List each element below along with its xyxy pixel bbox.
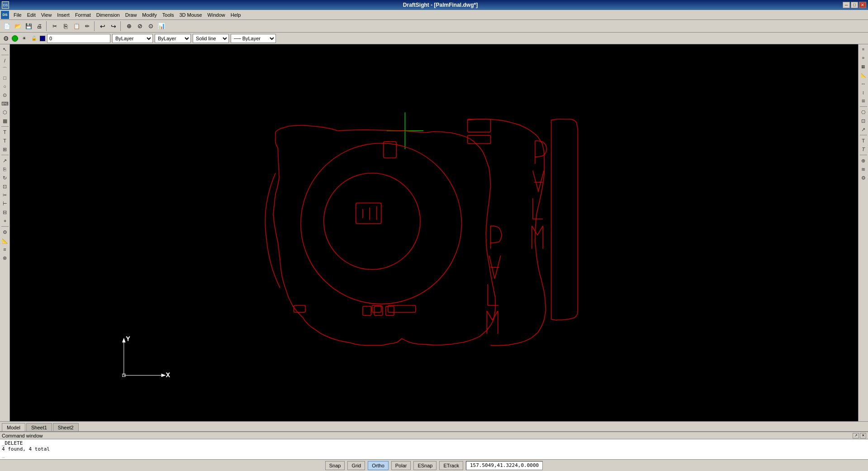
lineweight-dropdown[interactable]: Solid line	[193, 34, 229, 43]
tool-line[interactable]: /	[1, 57, 9, 65]
tool-select[interactable]: ↖	[1, 45, 9, 53]
toolbar-undo[interactable]: ↩	[98, 21, 108, 31]
svg-marker-22	[161, 374, 165, 376]
toolbar-print[interactable]: 🖨	[34, 21, 44, 31]
toolbar-zoom-in[interactable]: ⊕	[124, 21, 134, 31]
rtool-4[interactable]: 📐	[859, 71, 868, 79]
rtool-9[interactable]: ⊡	[859, 117, 868, 125]
tool-measure[interactable]: ≡	[1, 245, 9, 253]
toolbar-copy[interactable]: ⎘	[61, 21, 71, 31]
tool-hatch[interactable]: ▦	[1, 117, 9, 125]
tool-extend[interactable]: ⊢	[1, 200, 9, 208]
tool-match[interactable]: 📐	[1, 237, 9, 245]
rtool-1[interactable]: ≡	[859, 45, 868, 53]
polar-button[interactable]: Polar	[391, 461, 411, 470]
tool-trim[interactable]: ✂	[1, 191, 9, 199]
rtool-14[interactable]: ≋	[859, 165, 868, 173]
menu-window[interactable]: Window	[205, 10, 228, 19]
app-icon: DS	[2, 1, 9, 9]
menu-draw[interactable]: Draw	[123, 10, 140, 19]
etrack-button[interactable]: ETrack	[439, 461, 463, 470]
cmd-float-btn[interactable]: ↗	[853, 433, 859, 438]
linetype-dropdown[interactable]: ByLayer	[155, 34, 191, 43]
layer-name[interactable]: 0	[47, 34, 110, 43]
cad-drawing: Y X	[10, 44, 858, 421]
menu-app-icon: DS	[1, 11, 9, 19]
menu-view[interactable]: View	[38, 10, 55, 19]
tool-offset[interactable]: ⊟	[1, 208, 9, 216]
tool-mirror[interactable]: ⌖	[1, 217, 9, 225]
menu-format[interactable]: Format	[72, 10, 94, 19]
command-window-label: Command window	[2, 433, 43, 438]
rtool-3[interactable]: ▦	[859, 62, 868, 71]
cmd-close-btn[interactable]: ✕	[860, 433, 866, 438]
tool-text[interactable]: T	[1, 128, 9, 136]
menu-3dmouse[interactable]: 3D Mouse	[176, 10, 204, 19]
toolbar-new[interactable]: 📄	[2, 21, 12, 31]
svg-rect-8	[356, 203, 381, 224]
rtool-5[interactable]: ↔	[859, 80, 868, 88]
menu-file[interactable]: File	[11, 10, 24, 19]
color-dropdown[interactable]: ByLayer	[112, 34, 153, 43]
tab-sheet1[interactable]: Sheet1	[26, 423, 52, 431]
maximize-button[interactable]: □	[851, 2, 858, 8]
toolbar-paste[interactable]: 📋	[71, 21, 81, 31]
rtool-15[interactable]: ⚙	[859, 174, 868, 182]
menu-edit[interactable]: Edit	[24, 10, 38, 19]
tool-ellipse[interactable]: ⊙	[1, 91, 9, 99]
toolbar-cut[interactable]: ✂	[50, 21, 60, 31]
tool-mtext[interactable]: T	[1, 137, 9, 145]
menu-insert[interactable]: Insert	[54, 10, 72, 19]
tool-arc[interactable]: ⌒	[1, 65, 9, 73]
tool-circle[interactable]: ○	[1, 82, 9, 90]
rtool-7[interactable]: ⊞	[859, 97, 868, 105]
layer-settings-btn[interactable]: ⚙	[2, 34, 10, 43]
tool-insert[interactable]: ⊞	[1, 145, 9, 153]
rtool-8[interactable]: ⎔	[859, 108, 868, 116]
window-title: DraftSight - [PalmFinal.dwg*]	[38, 2, 843, 8]
tab-model[interactable]: Model	[2, 423, 25, 431]
rtool-6[interactable]: ↕	[859, 88, 868, 96]
tab-sheet2[interactable]: Sheet2	[53, 423, 79, 431]
drawing-canvas[interactable]: Y X	[10, 44, 858, 421]
toolbar-redo[interactable]: ↪	[109, 21, 119, 31]
ortho-button[interactable]: Ortho	[368, 461, 389, 470]
tool-scale[interactable]: ⊡	[1, 182, 9, 190]
toolbar-save[interactable]: 💾	[24, 21, 33, 31]
esnap-button[interactable]: ESnap	[413, 461, 436, 470]
rtool-2[interactable]: ≡	[859, 54, 868, 62]
toolbar-open[interactable]: 📂	[13, 21, 23, 31]
toolbar-zoom-window[interactable]: 📊	[157, 21, 166, 31]
tool-delete[interactable]: ⊗	[1, 254, 9, 262]
layer-freeze-btn[interactable]: ☀	[20, 34, 28, 43]
rtool-13[interactable]: ⊕	[859, 157, 868, 165]
coordinates-display: 157.5049,41.3224,0.0000	[466, 461, 543, 470]
rtool-12[interactable]: T	[859, 145, 868, 153]
minimize-button[interactable]: ─	[843, 2, 850, 8]
command-content[interactable]: _DELETE 4 found, 4 total _	[0, 439, 868, 459]
snap-button[interactable]: Snap	[325, 461, 345, 470]
menu-tools[interactable]: Tools	[160, 10, 177, 19]
linescale-dropdown[interactable]: ── ByLayer	[231, 34, 276, 43]
layer-color-swatch	[40, 36, 45, 41]
tool-rotate[interactable]: ↻	[1, 174, 9, 182]
menu-dimension[interactable]: Dimension	[94, 10, 123, 19]
tool-move[interactable]: ↗	[1, 157, 9, 165]
tool-copy-tool[interactable]: ⎘	[1, 165, 9, 173]
close-button[interactable]: ✕	[859, 2, 866, 8]
rtool-10[interactable]: ↗	[859, 125, 868, 133]
status-bar: Snap Grid Ortho Polar ESnap ETrack 157.5…	[0, 459, 868, 471]
tool-properties[interactable]: ⚙	[1, 228, 9, 236]
grid-button[interactable]: Grid	[347, 461, 365, 470]
tool-rect[interactable]: □	[1, 74, 9, 82]
toolbar-zoom-out[interactable]: ⊘	[135, 21, 145, 31]
svg-rect-13	[468, 119, 491, 132]
rtool-11[interactable]: T	[859, 137, 868, 145]
tool-polygon[interactable]: ⬡	[1, 108, 9, 116]
layer-lock-btn[interactable]: 🔓	[30, 34, 38, 43]
menu-modify[interactable]: Modify	[139, 10, 159, 19]
toolbar-matchprop[interactable]: ✏	[82, 21, 92, 31]
tool-polyline[interactable]: ⌨	[1, 100, 9, 108]
menu-help[interactable]: Help	[228, 10, 244, 19]
toolbar-zoom-all[interactable]: ⊙	[146, 21, 156, 31]
